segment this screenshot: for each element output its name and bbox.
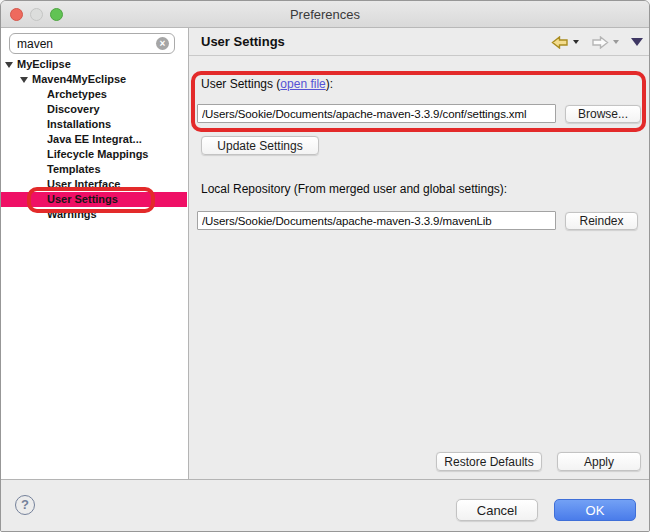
tree-item-label: Discovery <box>47 102 100 117</box>
tree-item-label: Templates <box>47 162 101 177</box>
view-menu-icon[interactable] <box>631 38 643 46</box>
restore-defaults-button[interactable]: Restore Defaults <box>436 452 542 471</box>
cancel-button[interactable]: Cancel <box>456 499 538 521</box>
tree-item-label: Java EE Integrat... <box>47 132 142 147</box>
forward-dropdown-icon[interactable] <box>613 40 619 44</box>
label-prefix: User Settings ( <box>201 77 280 91</box>
back-dropdown-icon[interactable] <box>573 40 579 44</box>
tree-item-label: Installations <box>47 117 111 132</box>
back-arrow-icon[interactable] <box>551 36 569 49</box>
tree-item-label: Maven4MyEclipse <box>32 72 126 87</box>
history-navigation <box>551 35 643 49</box>
local-repository-path-input[interactable] <box>197 211 556 230</box>
expanded-triangle-icon[interactable] <box>20 77 28 83</box>
open-file-link[interactable]: open file <box>280 77 325 91</box>
preferences-tree: MyEclipse Maven4MyEclipse Archetypes Dis… <box>1 57 187 222</box>
preferences-sidebar: × MyEclipse Maven4MyEclipse Archetypes D… <box>1 28 189 479</box>
tree-item-label: User Interface <box>47 177 120 192</box>
title-bar: Preferences <box>1 1 649 28</box>
update-settings-button[interactable]: Update Settings <box>201 136 319 155</box>
label-suffix: ): <box>326 77 333 91</box>
tree-item-label: Archetypes <box>47 87 107 102</box>
user-settings-panel: User Settings User Settings (open file):… <box>189 28 650 479</box>
tree-item-lifecycle-mappings[interactable]: Lifecycle Mappings <box>1 147 187 162</box>
search-input[interactable] <box>17 35 152 52</box>
tree-item-label: MyEclipse <box>17 57 71 72</box>
tree-item-label: User Settings <box>47 192 118 207</box>
tree-item-myeclipse[interactable]: MyEclipse <box>1 57 187 72</box>
ok-button[interactable]: OK <box>554 499 636 521</box>
user-settings-file-label: User Settings (open file): <box>201 76 333 92</box>
tree-item-java-ee-integration[interactable]: Java EE Integrat... <box>1 132 187 147</box>
forward-arrow-icon[interactable] <box>591 36 609 49</box>
tree-item-user-settings[interactable]: User Settings <box>1 192 187 207</box>
clear-search-icon[interactable]: × <box>156 37 169 50</box>
window-title: Preferences <box>1 1 649 28</box>
tree-item-templates[interactable]: Templates <box>1 162 187 177</box>
tree-item-label: Warnings <box>47 207 97 222</box>
panel-header: User Settings <box>189 28 650 56</box>
tree-item-user-interface[interactable]: User Interface <box>1 177 187 192</box>
browse-button[interactable]: Browse... <box>565 105 641 123</box>
tree-item-warnings[interactable]: Warnings <box>1 207 187 222</box>
panel-title: User Settings <box>201 28 285 56</box>
help-icon[interactable]: ? <box>15 495 35 515</box>
tree-item-discovery[interactable]: Discovery <box>1 102 187 117</box>
local-repository-label: Local Repository (From merged user and g… <box>201 181 507 197</box>
tree-item-archetypes[interactable]: Archetypes <box>1 87 187 102</box>
preferences-window: Preferences × MyEclipse Maven4MyEclipse … <box>0 0 650 532</box>
tree-item-maven4myeclipse[interactable]: Maven4MyEclipse <box>1 72 187 87</box>
apply-button[interactable]: Apply <box>557 452 641 471</box>
tree-item-label: Lifecycle Mappings <box>47 147 148 162</box>
user-settings-path-input[interactable] <box>197 104 556 123</box>
reindex-button[interactable]: Reindex <box>565 212 638 230</box>
filter-search-box[interactable]: × <box>9 33 175 54</box>
tree-item-installations[interactable]: Installations <box>1 117 187 132</box>
dialog-footer: ? Cancel OK <box>1 479 649 532</box>
expanded-triangle-icon[interactable] <box>5 62 13 68</box>
